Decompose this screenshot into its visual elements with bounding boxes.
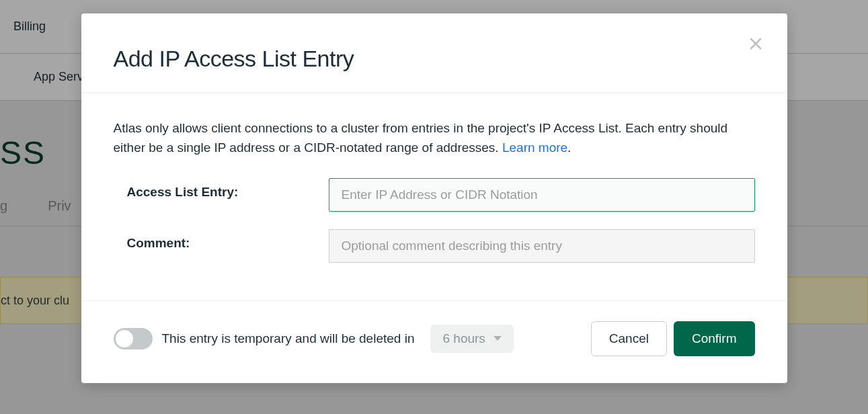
comment-row: Comment: <box>114 229 755 263</box>
modal-title: Add IP Access List Entry <box>114 46 755 72</box>
close-button[interactable] <box>750 35 762 52</box>
comment-input[interactable] <box>329 229 755 263</box>
duration-value: 6 hours <box>442 331 485 346</box>
modal-footer: This entry is temporary and will be dele… <box>81 300 787 383</box>
learn-more-link[interactable]: Learn more <box>502 140 567 155</box>
description-end: . <box>567 140 571 155</box>
add-ip-access-modal: Add IP Access List Entry Atlas only allo… <box>81 13 787 383</box>
description-text: Atlas only allows client connections to … <box>114 121 728 155</box>
cancel-button[interactable]: Cancel <box>591 321 667 356</box>
confirm-button[interactable]: Confirm <box>674 321 755 356</box>
toggle-knob <box>116 330 133 347</box>
modal-actions: Cancel Confirm <box>591 321 755 356</box>
chevron-down-icon <box>494 336 502 341</box>
close-icon <box>750 38 762 50</box>
duration-select[interactable]: 6 hours <box>430 325 513 353</box>
comment-label: Comment: <box>114 229 329 251</box>
temporary-toggle-label: This entry is temporary and will be dele… <box>162 331 415 346</box>
access-list-entry-label: Access List Entry: <box>114 178 329 200</box>
modal-body: Atlas only allows client connections to … <box>81 93 787 300</box>
temporary-entry-section: This entry is temporary and will be dele… <box>114 325 591 353</box>
modal-description: Atlas only allows client connections to … <box>114 118 755 158</box>
modal-overlay: Add IP Access List Entry Atlas only allo… <box>0 0 868 414</box>
temporary-toggle[interactable] <box>114 328 153 349</box>
access-list-entry-row: Access List Entry: <box>114 178 755 212</box>
modal-header: Add IP Access List Entry <box>81 13 787 93</box>
access-list-entry-input[interactable] <box>329 178 755 212</box>
